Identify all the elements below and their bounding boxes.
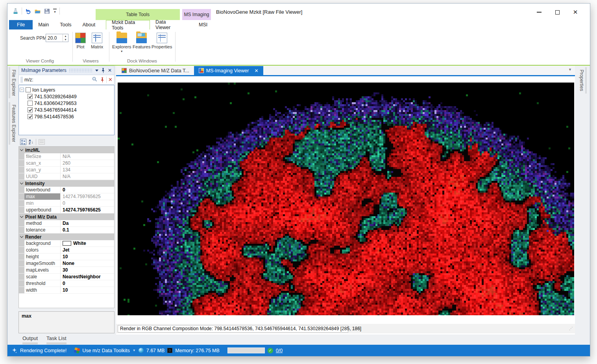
minimize-button[interactable] (530, 7, 548, 18)
property-value[interactable]: 0 (61, 280, 114, 287)
property-value[interactable]: 260 (61, 160, 114, 166)
ion-layer-row[interactable]: 741.630604279653 (20, 100, 113, 107)
property-row-scale[interactable]: scaleNearestNeighbor (19, 274, 114, 280)
clear-search-icon[interactable]: ✕ (108, 77, 113, 83)
ms-image-canvas[interactable] (118, 83, 574, 315)
tab-close-icon[interactable]: ✕ (254, 68, 258, 74)
property-row-threshold[interactable]: threshold0 (19, 280, 114, 287)
tree-root-ion-layers[interactable]: −Ion Layers (20, 86, 113, 93)
tab-about[interactable]: About (77, 20, 101, 29)
property-value[interactable]: N/A (61, 173, 114, 180)
ion-layers-checkbox[interactable] (26, 87, 31, 92)
property-row-scan-y[interactable]: scan_y134 (19, 167, 114, 173)
property-value[interactable]: Da (61, 220, 114, 226)
property-row-height[interactable]: height10 (19, 254, 114, 260)
document-tab-ms-imaging-viewer[interactable]: MS-Imaging Viewer✕ (194, 66, 263, 75)
ion-layer-row[interactable]: 798.54144578536 (20, 113, 113, 120)
property-value[interactable]: Jet (61, 247, 114, 253)
property-value[interactable]: 134 (61, 167, 114, 173)
search-icon[interactable] (92, 76, 98, 83)
context-header-table-tools[interactable]: Table Tools (96, 9, 180, 20)
search-ppm-input[interactable]: 20.0 ▲▼ (46, 34, 68, 42)
categorized-view-icon[interactable] (20, 139, 26, 145)
collapse-chevron-icon[interactable] (20, 148, 23, 151)
alphabetical-sort-icon[interactable]: AZ↓ (29, 139, 33, 145)
task-counter-link[interactable]: 0/0 (276, 348, 283, 353)
ion-layer-checkbox[interactable] (28, 94, 33, 99)
tab-msi[interactable]: MSI (189, 20, 217, 29)
property-value[interactable]: NearestNeighbor (61, 274, 114, 280)
plot-button[interactable]: Plot (75, 33, 86, 49)
qat-customize-icon[interactable]: ▾ (53, 9, 57, 14)
panel-close-icon[interactable]: ✕ (108, 68, 112, 73)
property-row-filesize[interactable]: fileSizeN/A (19, 153, 114, 160)
close-button[interactable]: ✕ (566, 7, 584, 18)
sidebar-tab-features-explorer[interactable]: Features Explorer (9, 102, 17, 144)
property-row-width[interactable]: width10 (19, 287, 114, 294)
property-row-uuid[interactable]: UUIDN/A (19, 173, 114, 180)
property-value[interactable]: 0 (61, 200, 114, 206)
property-category-intensity[interactable]: Intensity (19, 180, 114, 187)
document-tab-bionovogene-m-z-data-t[interactable]: BioNovoGene M/Z Data T... (117, 66, 194, 75)
ion-layer-row[interactable]: 743.546765944614 (20, 107, 113, 113)
property-row-tolerance[interactable]: tolerance0.1 (19, 227, 114, 233)
tree-expand-icon[interactable]: − (20, 88, 24, 92)
property-value[interactable]: 0.1 (61, 227, 114, 233)
property-value[interactable]: 30 (61, 267, 114, 273)
bottom-tab-output[interactable]: Output (22, 335, 38, 344)
property-value[interactable]: White (61, 240, 114, 246)
tab-mzkit-data-tools[interactable]: Mzkit Data Tools (106, 20, 150, 29)
property-row-method[interactable]: methodDa (19, 220, 114, 227)
property-category-pixel-m-z-data[interactable]: Pixel M/z Data (19, 213, 114, 220)
spinner-arrows-icon[interactable]: ▲▼ (63, 34, 68, 42)
property-value[interactable]: 14274.759765625 (61, 193, 114, 200)
collapse-chevron-icon[interactable] (20, 215, 23, 218)
tab-list-dropdown-icon[interactable]: ▼ (568, 68, 572, 72)
panel-header[interactable]: MsImage Parameters ✕ (18, 66, 115, 75)
property-row-maplevels[interactable]: mapLevels30 (19, 267, 114, 274)
drag-handle-icon[interactable] (20, 77, 23, 83)
property-row-scan-x[interactable]: scan_x260 (19, 160, 114, 167)
ion-layer-row[interactable]: 741.530289264849 (20, 93, 113, 100)
pin-filter-icon[interactable] (100, 77, 105, 83)
pin-icon[interactable] (101, 68, 105, 73)
collapse-chevron-icon[interactable] (20, 181, 23, 184)
sidebar-tab-properties[interactable]: Properties (578, 67, 587, 94)
property-row-upperbound[interactable]: upperbound14274.759765625 (19, 207, 114, 213)
property-value[interactable]: 0 (61, 187, 114, 193)
panel-menu-icon[interactable] (95, 70, 98, 72)
ion-layer-checkbox[interactable] (28, 107, 33, 112)
save-icon[interactable] (44, 8, 50, 15)
tab-file[interactable]: File (9, 20, 33, 29)
property-value[interactable]: 10 (61, 254, 114, 260)
undo-icon[interactable] (25, 8, 31, 15)
ion-layer-checkbox[interactable] (28, 101, 33, 106)
property-row-imagesmooth[interactable]: imageSmoothNone (19, 260, 114, 267)
property-category-render[interactable]: Render (19, 233, 114, 240)
toolkit-label[interactable]: Use m/z Data Toolkits (82, 348, 130, 353)
property-value[interactable]: None (61, 260, 114, 267)
properties-button[interactable]: Properties (152, 33, 172, 49)
sidebar-tab-file-explorer[interactable]: File Explorer (9, 67, 17, 98)
matrix-button[interactable]: Matrix (91, 33, 103, 49)
toolkit-dropdown-icon[interactable]: ▼ (133, 349, 136, 352)
bottom-tab-task-list[interactable]: Task List (46, 335, 67, 344)
property-value[interactable]: 10 (61, 287, 114, 293)
open-folder-icon[interactable] (34, 8, 41, 15)
resize-grip-icon[interactable]: ⋰ (569, 326, 573, 331)
property-row-min[interactable]: min0 (19, 200, 114, 207)
collapse-chevron-icon[interactable] (20, 235, 23, 238)
context-header-ms-imaging[interactable]: MS Imaging (182, 9, 211, 20)
property-value[interactable]: N/A (61, 153, 114, 160)
property-row-lowerbound[interactable]: lowerbound0 (19, 187, 114, 193)
ion-layer-checkbox[interactable] (28, 114, 33, 119)
tab-main[interactable]: Main (33, 20, 54, 29)
property-value[interactable]: 14274.759765625 (61, 207, 114, 213)
property-row-colors[interactable]: colorsJet (19, 247, 114, 254)
mz-search-input[interactable] (35, 77, 90, 83)
property-row-background[interactable]: backgroundWhite (19, 240, 114, 247)
property-category-imzml[interactable]: imzML (19, 147, 114, 153)
search-ppm-value[interactable]: 20.0 (46, 34, 63, 42)
property-row-max[interactable]: max14274.759765625 (19, 193, 114, 200)
maximize-button[interactable] (548, 7, 566, 18)
